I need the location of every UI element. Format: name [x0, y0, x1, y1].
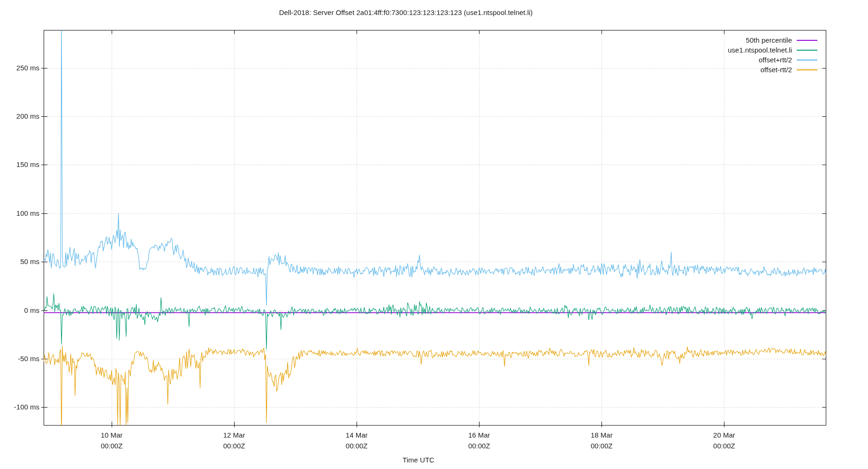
- legend-label: 50th percentile: [746, 36, 792, 44]
- x-tick-time: 00:00Z: [201, 440, 267, 451]
- legend-line-swatch: [797, 69, 817, 70]
- y-tick-label: 250 ms: [0, 63, 39, 73]
- x-tick-label: 18 Mar00:00Z: [569, 430, 634, 451]
- legend-line-swatch: [797, 50, 817, 51]
- y-tick-label: 0 ms: [0, 306, 39, 315]
- x-axis-title: Time UTC: [0, 456, 837, 464]
- legend-row: use1.ntspool.telnet.li: [728, 45, 817, 55]
- legend-line-swatch: [797, 40, 817, 41]
- legend-row: 50th percentile: [728, 35, 817, 45]
- y-tick-label: 100 ms: [0, 209, 39, 218]
- legend-line-swatch: [797, 60, 817, 61]
- x-tick-label: 14 Mar00:00Z: [324, 430, 389, 451]
- x-tick-label: 12 Mar00:00Z: [201, 430, 267, 451]
- x-tick-time: 00:00Z: [691, 440, 757, 451]
- x-tick-time: 00:00Z: [324, 440, 389, 451]
- x-tick-date: 18 Mar: [569, 430, 634, 440]
- x-tick-time: 00:00Z: [446, 440, 512, 451]
- x-tick-date: 10 Mar: [79, 430, 145, 440]
- legend: 50th percentileuse1.ntspool.telnet.lioff…: [728, 35, 817, 75]
- y-tick-label: 150 ms: [0, 160, 39, 169]
- x-tick-time: 00:00Z: [79, 440, 145, 451]
- legend-row: offset-rtt/2: [728, 65, 817, 75]
- x-tick-label: 16 Mar00:00Z: [446, 430, 512, 451]
- y-tick-label: 200 ms: [0, 112, 39, 121]
- x-tick-date: 14 Mar: [324, 430, 389, 440]
- x-tick-date: 12 Mar: [201, 430, 267, 440]
- x-tick-time: 00:00Z: [569, 440, 634, 451]
- legend-label: use1.ntspool.telnet.li: [728, 46, 792, 54]
- y-tick-label: -50 ms: [0, 354, 39, 363]
- legend-label: offset+rtt/2: [759, 56, 792, 64]
- x-tick-date: 16 Mar: [446, 430, 512, 440]
- legend-row: offset+rtt/2: [728, 55, 817, 65]
- ntp-offset-chart: Dell-2018: Server Offset 2a01:4ff:f0:730…: [0, 0, 868, 469]
- legend-label: offset-rtt/2: [761, 66, 792, 74]
- chart-title: Dell-2018: Server Offset 2a01:4ff:f0:730…: [0, 8, 812, 16]
- x-tick-date: 20 Mar: [691, 430, 757, 440]
- x-tick-label: 10 Mar00:00Z: [79, 430, 145, 451]
- y-tick-label: -100 ms: [0, 402, 39, 412]
- y-tick-label: 50 ms: [0, 257, 39, 266]
- x-tick-label: 20 Mar00:00Z: [691, 430, 757, 451]
